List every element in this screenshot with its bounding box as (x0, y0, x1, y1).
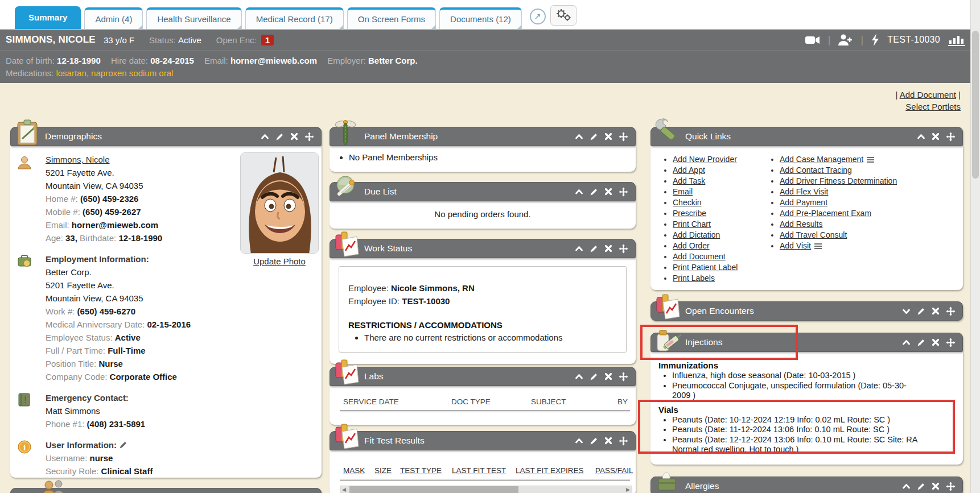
move-icon[interactable] (619, 187, 628, 197)
close-icon[interactable] (604, 437, 612, 445)
collapse-icon[interactable] (902, 338, 911, 347)
quick-link[interactable]: Add New Provider (673, 155, 737, 164)
scroll-left-arrow[interactable]: ◀ (342, 487, 346, 492)
lightning-bolt-icon[interactable] (871, 34, 879, 46)
quick-link[interactable]: Checkin (673, 198, 702, 207)
select-portlets-link[interactable]: Select Portlets (905, 102, 961, 111)
medication-link[interactable]: losartan (56, 68, 86, 78)
collapse-icon[interactable] (575, 132, 583, 141)
quick-link[interactable]: Add Results (780, 219, 822, 229)
tab-medical-record[interactable]: Medical Record (17) (245, 7, 344, 29)
bar-chart-icon[interactable] (948, 34, 965, 46)
move-icon[interactable] (619, 244, 628, 254)
close-icon[interactable] (932, 132, 940, 140)
medication-link[interactable]: naproxen sodium oral (91, 68, 173, 78)
quick-link[interactable]: Prescribe (673, 209, 706, 218)
collapse-icon[interactable] (902, 482, 911, 491)
vials-list: Peanuts (Date: 10-12-2024 12:19 Info: 0.… (660, 415, 940, 455)
person-add-icon[interactable] (838, 34, 853, 46)
collapse-icon[interactable] (575, 188, 583, 196)
fit-test-column-header[interactable]: MASK (343, 466, 365, 475)
move-icon[interactable] (304, 132, 314, 142)
move-icon[interactable] (619, 132, 628, 142)
expand-icon[interactable] (902, 307, 911, 316)
close-icon[interactable] (604, 188, 612, 196)
close-icon[interactable] (932, 338, 940, 346)
people-icon (40, 479, 69, 493)
video-camera-icon[interactable] (805, 35, 820, 45)
collapse-icon[interactable] (575, 245, 583, 253)
edit-icon[interactable] (275, 132, 284, 141)
tab-health-surveillance[interactable]: Health Surveillance (146, 7, 241, 29)
move-icon[interactable] (946, 306, 956, 316)
quick-link[interactable]: Add Pre-Placement Exam (780, 209, 871, 218)
move-icon[interactable] (946, 338, 956, 347)
collapse-icon[interactable] (261, 132, 269, 141)
quick-link[interactable]: Add Contact Tracing (780, 165, 852, 175)
quick-link[interactable]: Add Visit (780, 241, 811, 250)
edit-user-info-icon[interactable] (119, 441, 127, 449)
edit-icon[interactable] (590, 245, 598, 253)
due-list-body: No pending orders found. (330, 201, 636, 229)
fit-test-column-header[interactable]: PASS/FAIL (595, 466, 633, 475)
fit-test-column-header[interactable]: LAST FIT TEST (452, 466, 506, 475)
quick-link[interactable]: Print Labels (673, 274, 715, 283)
move-icon[interactable] (619, 436, 628, 446)
briefcase-icon (17, 254, 32, 270)
quick-link[interactable]: Print Patient Label (673, 263, 738, 272)
quick-link[interactable]: Add Case Management (780, 155, 863, 164)
patient-name-link[interactable]: Simmons, Nicole (46, 155, 110, 164)
update-photo-link[interactable]: Update Photo (253, 256, 306, 266)
edit-icon[interactable] (590, 372, 598, 381)
quick-link[interactable]: Add Dictation (673, 230, 720, 239)
fit-test-column-header[interactable]: SIZE (374, 466, 392, 475)
help-icon[interactable] (530, 9, 546, 24)
quick-link[interactable]: Add Appt (673, 165, 705, 175)
quick-link[interactable]: Add Flex Visit (780, 187, 828, 196)
tab-summary[interactable]: Summary (15, 6, 81, 29)
scrollbar-thumb[interactable] (349, 486, 518, 493)
quick-link[interactable]: Add Travel Consult (780, 230, 847, 239)
collapse-icon[interactable] (575, 437, 583, 445)
quick-link[interactable]: Email (673, 187, 693, 196)
close-icon[interactable] (604, 245, 612, 252)
settings-gear-button[interactable] (550, 5, 577, 26)
edit-icon[interactable] (590, 188, 598, 196)
tab-admin[interactable]: Admin (4) (84, 7, 143, 29)
scroll-right-arrow[interactable]: ▶ (626, 487, 630, 492)
close-icon[interactable] (932, 482, 940, 490)
move-icon[interactable] (946, 132, 956, 142)
person-icon (17, 155, 32, 172)
collapse-icon[interactable] (917, 132, 925, 141)
quick-link[interactable]: Add Document (673, 252, 726, 261)
quick-link[interactable]: Add Order (673, 241, 710, 250)
close-icon[interactable] (604, 132, 612, 140)
scrollbar-thumb[interactable] (972, 31, 979, 179)
edit-icon[interactable] (917, 482, 925, 491)
tab-on-screen-forms[interactable]: On Screen Forms (347, 7, 436, 29)
edit-icon[interactable] (590, 132, 598, 141)
close-icon[interactable] (932, 307, 940, 315)
edit-icon[interactable] (590, 437, 598, 445)
add-document-link[interactable]: Add Document (900, 90, 956, 100)
quick-link[interactable]: Print Chart (673, 219, 711, 229)
fit-test-column-header[interactable]: TEST TYPE (400, 466, 442, 475)
horizontal-scrollbar[interactable]: ◀ ▶ (340, 486, 632, 493)
field-username: Username: nurse (46, 451, 322, 465)
close-icon[interactable] (290, 132, 298, 140)
edit-icon[interactable] (917, 307, 925, 316)
field-employee: Employee: Nicole Simmons, RN (348, 281, 626, 295)
move-icon[interactable] (619, 372, 628, 382)
portlet-header: Injections (650, 333, 963, 352)
edit-icon[interactable] (917, 338, 925, 347)
close-icon[interactable] (604, 372, 612, 380)
fit-test-column-header[interactable]: LAST FIT EXPIRES (516, 466, 584, 475)
quick-link[interactable]: Add Task (673, 176, 705, 185)
quick-link[interactable]: Add Driver Fitness Determination (780, 176, 897, 185)
tab-documents[interactable]: Documents (12) (439, 7, 522, 29)
move-icon[interactable] (946, 482, 956, 491)
vertical-scrollbar[interactable] (970, 0, 980, 493)
open-encounters-badge[interactable]: 1 (261, 35, 274, 45)
collapse-icon[interactable] (575, 372, 583, 381)
quick-link[interactable]: Add Payment (780, 198, 827, 207)
